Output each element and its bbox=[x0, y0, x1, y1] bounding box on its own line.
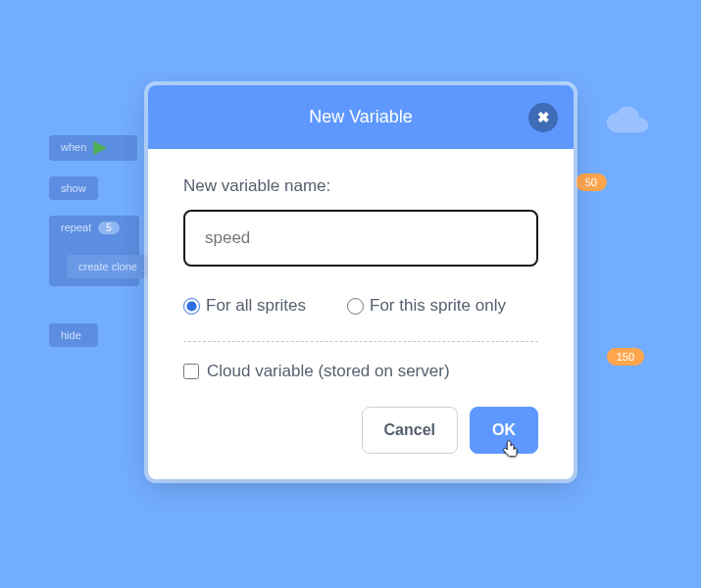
block-label: create clone bbox=[78, 261, 137, 272]
cancel-button[interactable]: Cancel bbox=[362, 407, 458, 454]
repeat-count: 5 bbox=[98, 221, 120, 234]
new-variable-dialog: New Variable ✖ New variable name: For al… bbox=[148, 85, 574, 479]
scope-all-sprites-label: For all sprites bbox=[206, 296, 306, 316]
value-pill-top: 50 bbox=[576, 173, 607, 191]
block-hide: hide bbox=[49, 323, 98, 347]
block-create-clone: create clone bbox=[67, 255, 155, 278]
close-button[interactable]: ✖ bbox=[528, 103, 558, 132]
block-show: show bbox=[49, 176, 98, 200]
scope-this-sprite-radio[interactable] bbox=[347, 298, 364, 315]
pointer-cursor-icon bbox=[502, 439, 520, 461]
dialog-button-row: Cancel OK bbox=[183, 407, 538, 454]
flag-icon bbox=[93, 141, 107, 155]
cloud-variable-label: Cloud variable (stored on server) bbox=[207, 362, 450, 381]
cancel-button-label: Cancel bbox=[384, 421, 435, 438]
close-icon: ✖ bbox=[537, 109, 550, 126]
cloud-icon bbox=[599, 106, 658, 139]
block-when-flag: when bbox=[49, 135, 137, 161]
scope-radio-group: For all sprites For this sprite only bbox=[183, 296, 538, 316]
variable-name-label: New variable name: bbox=[183, 176, 538, 196]
scope-this-sprite-label: For this sprite only bbox=[370, 296, 506, 316]
cloud-variable-checkbox[interactable] bbox=[183, 364, 199, 379]
variable-name-input[interactable] bbox=[183, 210, 538, 267]
block-label: hide bbox=[61, 329, 81, 341]
ok-button-label: OK bbox=[492, 421, 516, 438]
cloud-variable-option[interactable]: Cloud variable (stored on server) bbox=[183, 362, 538, 381]
scope-all-sprites-radio[interactable] bbox=[183, 298, 200, 315]
dialog-body: New variable name: For all sprites For t… bbox=[148, 149, 574, 479]
block-label: show bbox=[61, 182, 86, 194]
scope-all-sprites-option[interactable]: For all sprites bbox=[183, 296, 306, 316]
block-label: repeat bbox=[61, 221, 91, 233]
value-pill-mid: 150 bbox=[607, 348, 644, 366]
dialog-header: New Variable ✖ bbox=[148, 85, 574, 149]
scope-this-sprite-option[interactable]: For this sprite only bbox=[347, 296, 506, 316]
ok-button[interactable]: OK bbox=[470, 407, 538, 454]
dialog-title: New Variable bbox=[309, 107, 413, 127]
divider bbox=[183, 341, 538, 342]
block-label: when bbox=[61, 141, 86, 153]
